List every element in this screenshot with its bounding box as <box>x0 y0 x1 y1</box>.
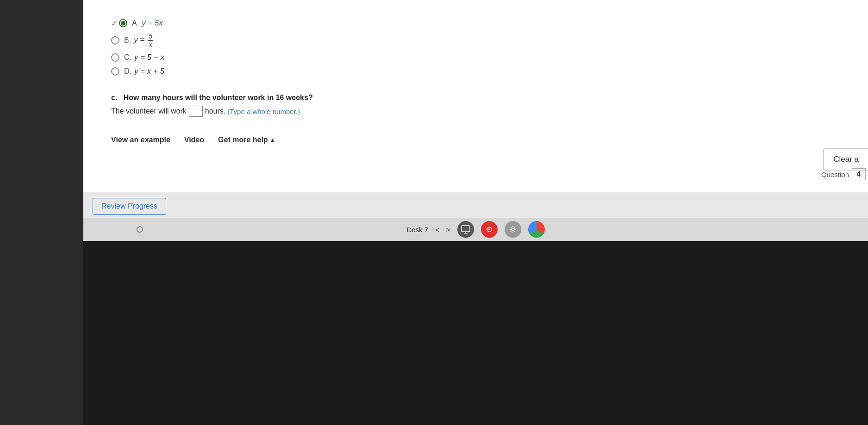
nav-next-button[interactable]: > <box>446 226 450 234</box>
video-button[interactable]: Video <box>184 136 204 144</box>
question-number-box: 4 <box>852 168 866 180</box>
chrome-icon[interactable] <box>528 221 545 238</box>
choice-a-row[interactable]: ✓ A. y = 5x <box>111 19 840 28</box>
part-c-label: c. How many hours will the volunteer wor… <box>111 94 840 102</box>
choice-c-text: y = 5 − x <box>134 53 164 62</box>
question-label: Question <box>821 171 849 178</box>
chevron-up-icon: ▲ <box>270 137 275 143</box>
choice-c-row[interactable]: C. y = 5 − x <box>111 53 840 62</box>
get-more-help-label: Get more help <box>218 136 268 144</box>
part-c-section: c. How many hours will the volunteer wor… <box>111 94 840 117</box>
desk-label: Desk 7 <box>406 226 428 234</box>
choice-c-label: C. <box>124 53 131 62</box>
choice-a-text: y = 5x <box>142 19 163 28</box>
part-c-question: How many hours will the volunteer work i… <box>124 94 313 101</box>
clear-button[interactable]: Clear a <box>823 148 868 171</box>
type-hint: (Type a whole number.) <box>227 108 300 115</box>
review-progress-button[interactable]: Review Progress <box>93 198 166 215</box>
choice-b-row[interactable]: B. y = 5x <box>111 32 840 48</box>
choice-a-label: A. <box>132 19 139 27</box>
view-example-button[interactable]: View an example <box>111 136 170 144</box>
answer-prefix: The volunteer will work <box>111 107 187 115</box>
answer-line: The volunteer will work hours. (Type a w… <box>111 106 840 117</box>
bottom-circle <box>137 226 143 233</box>
footer-bar: Review Progress <box>83 192 868 220</box>
get-more-help-button[interactable]: Get more help ▲ <box>218 136 275 144</box>
question-number-area: Question 4 <box>821 168 866 180</box>
fraction-5-x: 5x <box>148 32 153 48</box>
radio-a[interactable] <box>119 19 127 27</box>
taskbar: Desk 7 < > <box>83 218 868 241</box>
answer-suffix: hours. <box>205 107 225 115</box>
answer-choices: ✓ A. y = 5x B. y = 5x C. y = 5 − x D. y … <box>102 9 849 85</box>
tv-icon[interactable] <box>457 221 474 238</box>
choice-d-text: y = x + 5 <box>134 67 164 76</box>
left-panel <box>0 0 83 425</box>
hours-input[interactable] <box>189 106 203 117</box>
choice-b-text: y = 5x <box>134 32 154 48</box>
divider <box>111 124 840 124</box>
bottom-links: View an example Video Get more help ▲ <box>102 131 849 149</box>
svg-point-5 <box>512 228 514 231</box>
svg-rect-0 <box>462 226 470 232</box>
choice-d-row[interactable]: D. y = x + 5 <box>111 67 840 76</box>
svg-point-4 <box>488 228 490 230</box>
checkmark-icon: ✓ <box>111 19 117 28</box>
camera-icon[interactable] <box>481 221 498 238</box>
gear-icon[interactable] <box>505 221 521 238</box>
radio-b[interactable] <box>111 36 119 44</box>
nav-prev-button[interactable]: < <box>435 226 439 234</box>
radio-c[interactable] <box>111 53 119 62</box>
choice-b-label: B. <box>124 36 131 44</box>
choice-d-label: D. <box>124 67 131 76</box>
radio-d[interactable] <box>111 67 119 76</box>
